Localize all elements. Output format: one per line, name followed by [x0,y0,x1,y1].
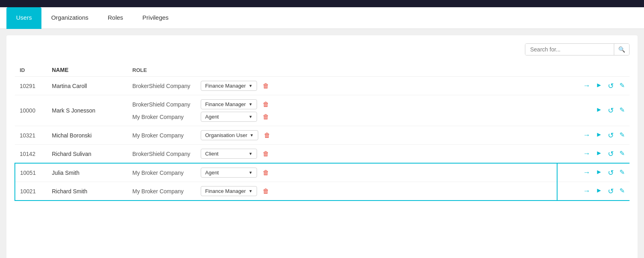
trash-icon: 🗑 [264,132,270,139]
cell-actions: ►↺✎ [557,95,630,126]
org-name: BrokerShield Company [132,151,197,157]
pointer-icon[interactable]: ► [596,149,602,158]
cell-actions: →►↺✎ [557,77,630,95]
delete-role-button[interactable]: 🗑 [261,168,271,177]
delete-role-button[interactable]: 🗑 [261,100,271,109]
pointer-icon[interactable]: ► [596,131,602,140]
pointer-icon[interactable]: ► [596,168,602,177]
history-icon[interactable]: ↺ [608,149,614,158]
delete-role-button[interactable]: 🗑 [261,82,271,90]
cell-name: Mark S Jonesson [47,95,128,126]
login-icon[interactable]: → [583,168,590,177]
col-id: ID [15,63,47,77]
tabs-bar: Users Organizations Roles Privileges [0,7,644,29]
cell-id: 10000 [15,95,47,126]
role-row: BrokerShield CompanyClient▼🗑 [132,149,552,159]
chevron-down-icon: ▼ [250,133,254,137]
cell-role: BrokerShield CompanyClient▼🗑 [128,145,557,164]
role-dropdown[interactable]: Finance Manager▼ [201,99,257,109]
history-icon[interactable]: ↺ [608,131,614,140]
delete-role-button[interactable]: 🗑 [262,131,272,140]
history-icon[interactable]: ↺ [608,82,614,90]
edit-icon[interactable]: ✎ [619,131,625,140]
login-icon[interactable]: → [583,131,590,140]
pointer-icon[interactable]: ► [596,106,602,115]
search-wrapper: 🔍 [525,43,630,55]
tab-users[interactable]: Users [6,7,41,29]
tab-organizations[interactable]: Organizations [41,7,98,29]
role-row: BrokerShield CompanyFinance Manager▼🗑 [132,81,552,91]
cell-id: 10142 [15,145,47,164]
search-input[interactable] [525,44,614,55]
action-icons: →►↺✎ [562,187,625,196]
trash-icon: 🗑 [263,101,269,108]
col-role: ROLE [128,63,557,77]
action-icons: →►↺✎ [562,82,625,90]
cell-actions: →►↺✎ [557,182,630,201]
role-row: My Broker CompanyOrganisation User▼🗑 [132,130,552,140]
role-label: Agent [205,170,219,176]
delete-role-button[interactable]: 🗑 [261,187,271,196]
tab-roles[interactable]: Roles [98,7,133,29]
top-bar [0,0,644,7]
trash-icon: 🗑 [263,169,269,176]
role-dropdown[interactable]: Finance Manager▼ [201,186,257,196]
edit-icon[interactable]: ✎ [619,106,625,115]
cell-name: Julia Smith [47,163,128,182]
edit-icon[interactable]: ✎ [619,82,625,90]
table-row: 10051Julia SmithMy Broker CompanyAgent▼🗑… [15,163,630,182]
role-label: Client [205,151,218,157]
role-label: Agent [205,114,219,120]
history-icon[interactable]: ↺ [608,106,614,115]
table-row: 10142Richard SulivanBrokerShield Company… [15,145,630,164]
org-name: BrokerShield Company [132,83,197,89]
role-dropdown[interactable]: Agent▼ [201,112,257,122]
trash-icon: 🗑 [263,150,269,157]
login-icon[interactable]: → [583,82,590,90]
action-icons: →►↺✎ [562,168,625,177]
role-row: My Broker CompanyFinance Manager▼🗑 [132,186,552,196]
role-dropdown[interactable]: Client▼ [201,149,257,159]
cell-role: BrokerShield CompanyFinance Manager▼🗑 [128,77,557,95]
cell-id: 10021 [15,182,47,201]
pointer-icon[interactable]: ► [596,187,602,196]
action-icons: ►↺✎ [562,106,625,115]
trash-icon: 🗑 [263,188,269,195]
role-dropdown[interactable]: Finance Manager▼ [201,81,257,91]
action-icons: →►↺✎ [562,149,625,158]
chevron-down-icon: ▼ [249,102,253,106]
role-label: Finance Manager [205,83,246,89]
pointer-icon[interactable]: ► [596,82,602,90]
cell-actions: →►↺✎ [557,145,630,164]
edit-icon[interactable]: ✎ [619,187,625,196]
table-row: 10321Michal BoronskiMy Broker CompanyOrg… [15,126,630,145]
edit-icon[interactable]: ✎ [619,168,625,177]
chevron-down-icon: ▼ [249,115,253,119]
history-icon[interactable]: ↺ [608,168,614,177]
role-label: Organisation User [205,132,247,138]
chevron-down-icon: ▼ [249,170,253,175]
role-label: Finance Manager [205,188,246,194]
cell-name: Richard Sulivan [47,145,128,164]
search-button[interactable]: 🔍 [614,44,629,55]
delete-role-button[interactable]: 🗑 [261,113,271,121]
history-icon[interactable]: ↺ [608,187,614,196]
cell-id: 10291 [15,77,47,95]
chevron-down-icon: ▼ [249,189,253,193]
col-actions [557,63,630,77]
login-icon[interactable]: → [583,149,590,158]
org-name: My Broker Company [132,114,197,120]
role-dropdown[interactable]: Agent▼ [201,168,257,178]
chevron-down-icon: ▼ [249,84,253,88]
main-content: 🔍 ID NAME ROLE 10291Martina CarollBroker… [6,35,638,258]
cell-actions: →►↺✎ [557,163,630,182]
cell-role: My Broker CompanyFinance Manager▼🗑 [128,182,557,201]
login-icon[interactable]: → [583,187,590,196]
delete-role-button[interactable]: 🗑 [261,149,271,158]
org-name: BrokerShield Company [132,101,197,108]
tab-privileges[interactable]: Privileges [133,7,178,29]
edit-icon[interactable]: ✎ [619,149,625,158]
role-dropdown[interactable]: Organisation User▼ [201,130,258,140]
users-table: ID NAME ROLE 10291Martina CarollBrokerSh… [14,63,630,201]
cell-name: Martina Caroll [47,77,128,95]
